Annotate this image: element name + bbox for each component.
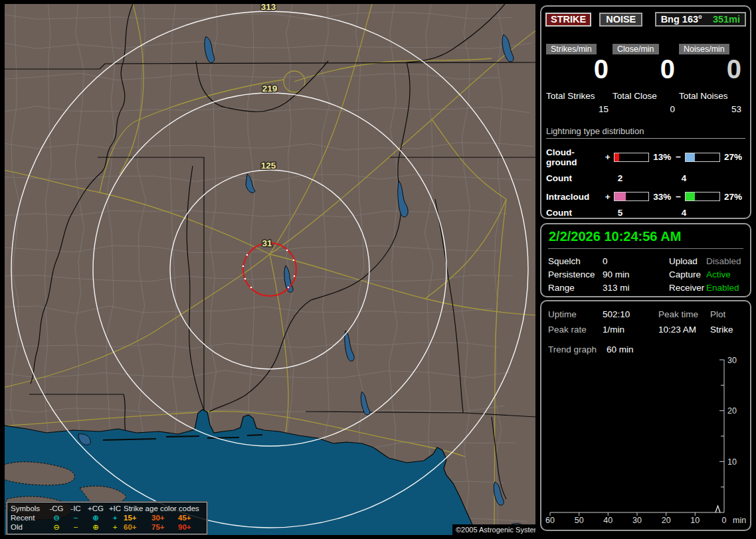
total-strikes-label: Total Strikes (546, 91, 613, 101)
xtick-40: 40 (603, 516, 613, 525)
ring-label-313: 313 (261, 4, 276, 12)
xtick-30: 30 (632, 516, 642, 525)
age-code-45: 45+ (178, 513, 203, 522)
lightning-distribution: Lightning type distribution Cloud-ground… (546, 126, 745, 218)
persistence-value: 90 min (603, 268, 669, 281)
plus-sign: + (604, 152, 611, 162)
ic-positive-bar (614, 192, 649, 201)
close-column: Close/min 0 Total Close 0 (613, 44, 679, 114)
capture-label: Capture (669, 268, 706, 281)
cg-negative-bar-fill (686, 153, 695, 161)
close-per-min-value: 0 (613, 56, 679, 83)
ic-negative-bar-fill (686, 193, 695, 200)
map-canvas[interactable]: 313 219 125 31 Symbols -CG -IC +CG +IC S… (5, 4, 535, 535)
pos-ic-old-icon: + (106, 522, 124, 532)
age-code-90: 90+ (178, 522, 203, 532)
cloud-ground-count-row: Count 2 4 (546, 173, 745, 183)
noise-button[interactable]: NOISE (599, 13, 642, 27)
minus-sign: − (674, 192, 682, 202)
minus-sign: − (674, 152, 682, 162)
copyright-text: ©2005 Astrogenic Systems (452, 524, 535, 535)
ic-positive-pct: 33% (653, 192, 674, 202)
peak-rate-value: 1/min (603, 322, 658, 337)
squelch-value: 0 (603, 255, 669, 268)
ytick-10: 10 (727, 457, 737, 467)
clock-settings-panel: 2/2/2026 10:24:56 AM Squelch 0 Upload Di… (540, 223, 751, 297)
peak-time-label: Peak time (658, 307, 710, 322)
cg-positive-bar (614, 153, 649, 162)
upload-status: Disabled (706, 255, 743, 268)
trend-spike (715, 506, 720, 512)
age-code-30: 30+ (151, 513, 178, 522)
age-code-60: 60+ (124, 522, 151, 532)
datetime-display: 2/2/2026 10:24:56 AM (548, 229, 743, 249)
intracloud-label: Intracloud (546, 192, 604, 202)
neg-ic-recent-icon: − (66, 513, 85, 522)
ic-positive-count: 5 (618, 208, 682, 218)
xtick-0: 0 (722, 516, 727, 525)
total-noises-value: 53 (679, 104, 745, 114)
cloud-ground-row: Cloud-ground + 13% − 27% (546, 147, 745, 167)
legend-col-neg-ic: -IC (66, 504, 85, 513)
cg-negative-bar (685, 153, 720, 162)
ring-label-31: 31 (262, 238, 272, 248)
cg-positive-pct: 13% (653, 152, 674, 162)
bearing-distance: 351mi (713, 14, 740, 25)
close-per-min-chip: Close/min (613, 44, 659, 54)
settings-row: Persistence 90 min Capture Active (548, 268, 743, 281)
peak-rate-label: Peak rate (548, 322, 603, 337)
bearing-value: Bng 163° (661, 14, 702, 25)
legend-symbols-header: Symbols (11, 504, 47, 513)
peak-time-value: 10:23 AM (658, 322, 710, 337)
xtick-60: 60 (545, 516, 555, 525)
neg-cg-old-icon: ⊖ (47, 522, 66, 532)
xtick-50: 50 (575, 516, 584, 525)
trend-graph-label: Trend graph (548, 342, 607, 357)
ytick-20: 20 (727, 406, 737, 416)
ic-negative-bar (685, 192, 720, 201)
ic-count-label: Count (546, 208, 618, 218)
uptime-label: Uptime (548, 307, 603, 322)
pos-cg-old-icon: ⊕ (85, 522, 106, 532)
intracloud-count-row: Count 5 4 (546, 208, 745, 218)
range-value: 313 mi (603, 281, 669, 295)
receiver-status: Enabled (706, 281, 743, 295)
symbols-legend: Symbols -CG -IC +CG +IC Strike age color… (7, 502, 207, 534)
x-axis-unit: min (733, 516, 746, 525)
cg-positive-bar-fill (614, 153, 619, 161)
legend-col-pos-ic: +IC (106, 504, 124, 513)
neg-ic-old-icon: − (66, 522, 85, 532)
peak-rate-row: Peak rate 1/min 10:23 AM Strike (548, 322, 743, 337)
legend-col-neg-cg: -CG (47, 504, 66, 513)
cg-negative-count: 4 (682, 173, 745, 183)
plus-sign: + (604, 192, 611, 202)
noises-per-min-value: 0 (679, 56, 745, 83)
distribution-header: Lightning type distribution (546, 126, 745, 139)
total-noises-label: Total Noises (679, 91, 745, 101)
cg-negative-pct: 27% (724, 152, 745, 162)
range-label: Range (548, 281, 603, 295)
legend-row-recent-label: Recent (11, 513, 47, 522)
trend-graph-row: Trend graph 60 min (548, 342, 743, 357)
strike-stats-panel: STRIKE NOISE Bng 163° 351mi Strikes/min … (540, 5, 751, 219)
persistence-label: Persistence (548, 268, 603, 281)
xtick-20: 20 (662, 516, 671, 525)
map-svg: 313 219 125 31 (5, 4, 535, 535)
total-strikes-value: 15 (546, 104, 613, 114)
strike-button[interactable]: STRIKE (545, 13, 591, 27)
ic-negative-pct: 27% (724, 192, 745, 202)
ring-label-125: 125 (261, 161, 276, 171)
neg-cg-recent-icon: ⊖ (47, 513, 66, 522)
legend-age-header: Strike age color codes (124, 504, 203, 513)
bearing-readout: Bng 163° 351mi (655, 12, 746, 27)
trend-window-value: 60 min (607, 342, 634, 357)
plot-mode-value: Strike (710, 322, 743, 337)
ring-label-219: 219 (262, 84, 278, 94)
ic-positive-bar-fill (614, 193, 626, 200)
age-code-15: 15+ (124, 513, 151, 522)
total-close-label: Total Close (613, 91, 679, 101)
trend-panel: Uptime 502:10 Peak time Plot Peak rate 1… (540, 300, 751, 531)
strikes-column: Strikes/min 0 Total Strikes 15 (546, 44, 613, 114)
noises-per-min-chip: Noises/min (679, 44, 729, 54)
pos-ic-recent-icon: + (106, 513, 124, 522)
